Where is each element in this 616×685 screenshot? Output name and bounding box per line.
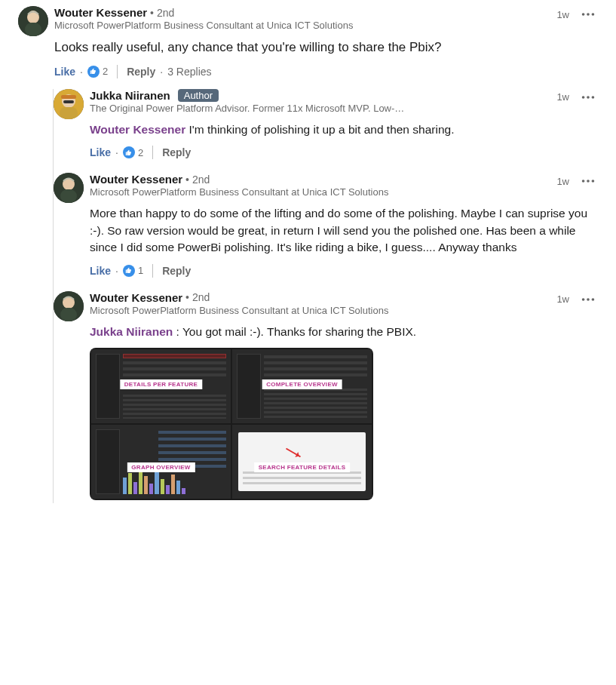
- author-name[interactable]: Jukka Niiranen: [90, 89, 170, 102]
- dashboard-quad-1: DETAILS PER FEATURE: [91, 349, 231, 423]
- reply-button[interactable]: Reply: [162, 146, 191, 158]
- author-block[interactable]: Wouter Kessener • 2nd Microsoft PowerPla…: [54, 6, 550, 31]
- author-name[interactable]: Wouter Kessener: [54, 6, 147, 19]
- author-subtitle: Microsoft PowerPlatform Business Consult…: [90, 186, 482, 198]
- svg-point-6: [592, 13, 595, 16]
- comment-root: Wouter Kessener • 2nd Microsoft PowerPla…: [18, 6, 598, 503]
- timestamp: 1w: [556, 9, 569, 20]
- author-name[interactable]: Wouter Kessener: [90, 173, 182, 186]
- svg-rect-2: [25, 23, 41, 36]
- reply-button[interactable]: Reply: [162, 265, 191, 277]
- author-name[interactable]: Wouter Kessener: [90, 291, 182, 304]
- timestamp: 1w: [556, 293, 569, 305]
- author-subtitle: Microsoft PowerPlatform Business Consult…: [90, 305, 482, 316]
- author-subtitle: The Original Power Platform Advisor. For…: [90, 103, 482, 114]
- dash-label: COMPLETE OVERVIEW: [262, 379, 342, 389]
- reply-button[interactable]: Reply: [127, 66, 155, 78]
- svg-point-13: [587, 96, 590, 99]
- dash-label: GRAPH OVERVIEW: [127, 462, 195, 472]
- avatar[interactable]: [54, 291, 84, 321]
- body-text: : You got mail :-). Thanks for sharing t…: [173, 325, 416, 338]
- thumb-icon: [87, 66, 100, 78]
- svg-point-5: [587, 13, 590, 16]
- comment-header-row: Wouter Kessener • 2nd Microsoft PowerPla…: [18, 6, 598, 78]
- reactions-count: 1: [138, 265, 143, 276]
- comment-body: Looks really useful, any chance that you…: [54, 38, 598, 57]
- svg-rect-23: [60, 308, 77, 321]
- svg-point-18: [582, 180, 585, 183]
- svg-point-19: [587, 180, 590, 183]
- svg-rect-10: [61, 95, 76, 99]
- svg-rect-11: [63, 100, 74, 103]
- like-button[interactable]: Like: [54, 66, 75, 78]
- author-block[interactable]: Jukka Niiranen Author The Original Power…: [90, 89, 550, 114]
- dashboard-quad-4: SEARCH FEATURE DETAILS: [232, 425, 372, 499]
- timestamp: 1w: [556, 91, 569, 103]
- reactions-count: 2: [103, 66, 108, 77]
- thumb-icon: [123, 146, 135, 158]
- reactions-pill[interactable]: 2: [87, 66, 108, 78]
- more-icon[interactable]: [578, 89, 598, 106]
- more-icon[interactable]: [578, 291, 598, 308]
- dash-label: DETAILS PER FEATURE: [120, 379, 202, 389]
- like-button[interactable]: Like: [90, 146, 111, 158]
- mention[interactable]: Jukka Niiranen: [90, 325, 173, 338]
- more-icon[interactable]: [578, 6, 598, 23]
- comment-body: More than happy to do some of the liftin…: [90, 205, 598, 256]
- divider: [117, 65, 118, 78]
- connection-degree: • 2nd: [185, 291, 210, 303]
- timestamp: 1w: [556, 176, 569, 187]
- reply: Wouter Kessener • 2nd Microsoft PowerPla…: [54, 173, 598, 277]
- svg-point-12: [582, 96, 585, 99]
- dash-label: SEARCH FEATURE DETAILS: [254, 462, 351, 472]
- more-icon[interactable]: [578, 173, 598, 189]
- svg-point-26: [592, 298, 595, 301]
- comment-header: Wouter Kessener • 2nd Microsoft PowerPla…: [54, 6, 598, 31]
- author-badge: Author: [178, 89, 219, 102]
- avatar[interactable]: [18, 6, 48, 36]
- svg-point-14: [592, 96, 595, 99]
- avatar[interactable]: [54, 89, 84, 119]
- reactions-pill[interactable]: 1: [123, 265, 143, 277]
- reactions-pill[interactable]: 2: [123, 146, 143, 158]
- reactions-count: 2: [138, 147, 143, 158]
- reply: Jukka Niiranen Author The Original Power…: [54, 89, 598, 159]
- svg-point-25: [587, 298, 590, 301]
- svg-rect-17: [60, 189, 77, 203]
- connection-degree: • 2nd: [185, 174, 210, 186]
- comment-main: Wouter Kessener • 2nd Microsoft PowerPla…: [54, 6, 598, 78]
- comment-actions: Like · 2 Reply · 3 Replies: [54, 65, 598, 78]
- svg-rect-9: [60, 107, 78, 119]
- author-subtitle: Microsoft PowerPlatform Business Consult…: [54, 20, 446, 31]
- body-text: I'm thinking of polishing it up a bit an…: [185, 123, 454, 136]
- mention[interactable]: Wouter Kessener: [90, 123, 185, 136]
- comment-body: Jukka Niiranen : You got mail :-). Thank…: [90, 324, 598, 340]
- author-block[interactable]: Wouter Kessener • 2nd Microsoft PowerPla…: [90, 291, 550, 316]
- svg-point-24: [582, 298, 585, 301]
- reply: Wouter Kessener • 2nd Microsoft PowerPla…: [54, 291, 598, 500]
- avatar[interactable]: [54, 173, 84, 203]
- replies-count[interactable]: 3 Replies: [167, 66, 211, 78]
- connection-degree: • 2nd: [150, 7, 174, 19]
- dashboard-quad-2: COMPLETE OVERVIEW: [232, 349, 372, 423]
- dashboard-quad-3: GRAPH OVERVIEW: [91, 425, 231, 499]
- like-button[interactable]: Like: [90, 265, 111, 277]
- thumb-icon: [123, 265, 135, 277]
- attachment-image[interactable]: DETAILS PER FEATURE COMPLETE OVERVIEW: [90, 348, 373, 500]
- author-block[interactable]: Wouter Kessener • 2nd Microsoft PowerPla…: [90, 173, 550, 198]
- comment-body: Wouter Kessener I'm thinking of polishin…: [90, 121, 598, 138]
- svg-point-4: [582, 13, 585, 16]
- svg-point-20: [592, 180, 595, 183]
- replies-container: Jukka Niiranen Author The Original Power…: [53, 89, 598, 503]
